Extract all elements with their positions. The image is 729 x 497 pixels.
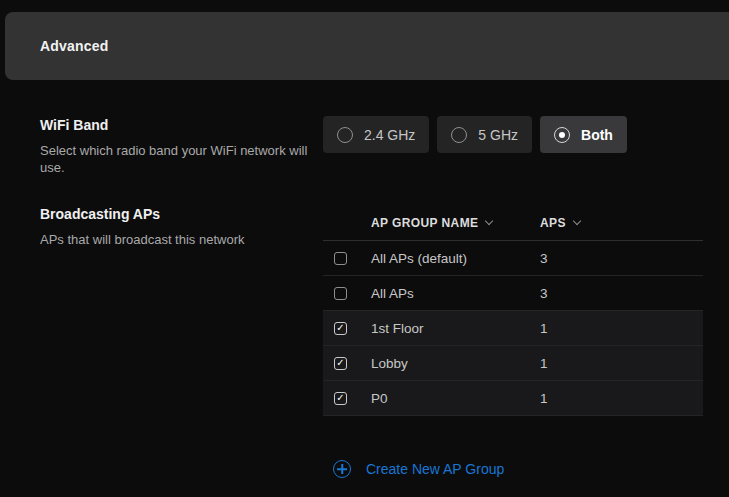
table-row-1st-floor[interactable]: ✓ 1st Floor 1 <box>323 311 703 346</box>
row-checkbox[interactable]: ✓ <box>334 357 347 370</box>
column-header-label: APS <box>540 216 566 230</box>
row-checkbox[interactable]: ✓ <box>334 392 347 405</box>
radio-icon <box>451 127 467 143</box>
aps-count-cell: 1 <box>540 321 548 336</box>
page-title: Advanced <box>40 38 109 54</box>
create-new-ap-group-button[interactable]: Create New AP Group <box>333 460 504 478</box>
wifi-band-radio-group: 2.4 GHz 5 GHz Both <box>323 116 627 153</box>
broadcasting-aps-field: Broadcasting APs APs that will broadcast… <box>40 206 322 248</box>
chevron-down-icon <box>573 217 581 225</box>
radio-dot <box>559 132 565 138</box>
radio-icon <box>554 127 570 143</box>
radio-option-2-4ghz[interactable]: 2.4 GHz <box>323 116 429 153</box>
column-header-aps[interactable]: APS <box>540 216 580 230</box>
radio-option-both[interactable]: Both <box>540 116 627 153</box>
radio-option-label: Both <box>581 127 613 143</box>
row-checkbox[interactable]: ✓ <box>334 287 347 300</box>
aps-count-cell: 1 <box>540 391 548 406</box>
wifi-band-field: WiFi Band Select which radio band your W… <box>40 117 322 176</box>
radio-option-label: 2.4 GHz <box>364 127 415 143</box>
radio-icon <box>337 127 353 143</box>
row-checkbox[interactable]: ✓ <box>334 322 347 335</box>
aps-count-cell: 3 <box>540 286 548 301</box>
plus-circle-icon <box>333 460 351 478</box>
advanced-section-header[interactable]: Advanced <box>5 12 729 80</box>
table-row-lobby[interactable]: ✓ Lobby 1 <box>323 346 703 381</box>
table-header-row: AP GROUP NAME APS <box>323 205 703 241</box>
broadcasting-aps-label: Broadcasting APs <box>40 206 322 222</box>
row-checkbox[interactable]: ✓ <box>334 252 347 265</box>
ap-group-name-cell: P0 <box>323 391 388 406</box>
checkmark-icon: ✓ <box>336 358 344 368</box>
checkmark-icon: ✓ <box>336 323 344 333</box>
create-new-ap-group-label: Create New AP Group <box>366 461 504 477</box>
table-row-all-aps[interactable]: ✓ All APs 3 <box>323 276 703 311</box>
wifi-band-description: Select which radio band your WiFi networ… <box>40 142 322 176</box>
column-header-label: AP GROUP NAME <box>371 216 478 230</box>
advanced-settings-panel: Advanced WiFi Band Select which radio ba… <box>0 0 729 497</box>
column-header-ap-group-name[interactable]: AP GROUP NAME <box>323 216 492 230</box>
broadcasting-aps-table: AP GROUP NAME APS ✓ All APs (default) 3 … <box>323 205 703 416</box>
radio-option-label: 5 GHz <box>478 127 518 143</box>
wifi-band-label: WiFi Band <box>40 117 322 133</box>
checkmark-icon: ✓ <box>336 393 344 403</box>
table-row-p0[interactable]: ✓ P0 1 <box>323 381 703 416</box>
broadcasting-aps-description: APs that will broadcast this network <box>40 231 322 248</box>
chevron-down-icon <box>485 217 493 225</box>
aps-count-cell: 3 <box>540 251 548 266</box>
table-row-all-aps-default[interactable]: ✓ All APs (default) 3 <box>323 241 703 276</box>
radio-option-5ghz[interactable]: 5 GHz <box>437 116 532 153</box>
aps-count-cell: 1 <box>540 356 548 371</box>
